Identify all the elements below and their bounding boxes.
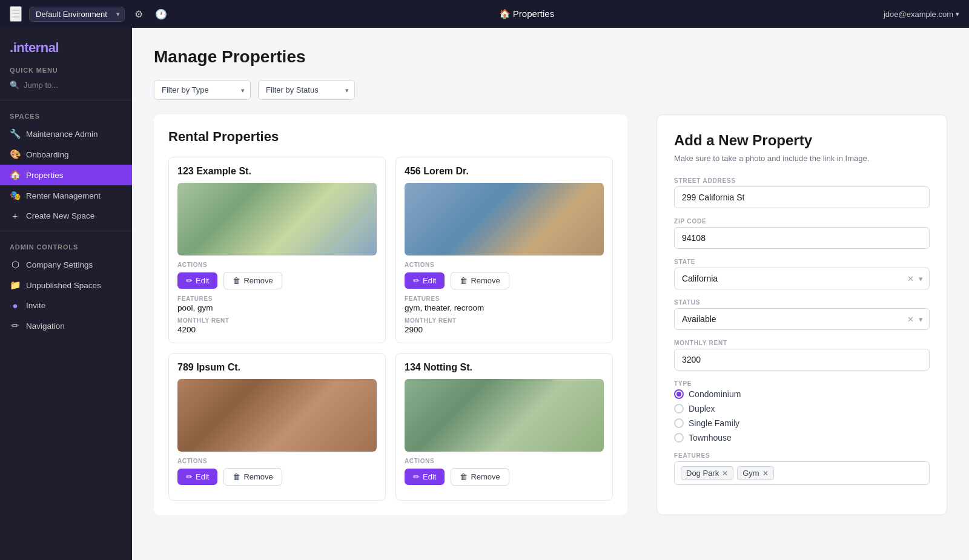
create-new-space-button[interactable]: + Create New Space (0, 206, 132, 226)
actions-row-1: ✏ Edit 🗑 Remove (177, 272, 377, 289)
sidebar-item-renter-management[interactable]: 🎭 Renter Management (0, 185, 132, 206)
type-single-family[interactable]: Single Family (674, 418, 930, 428)
property-title-3: 789 Ipsum Ct. (177, 362, 377, 373)
status-value: Available (675, 309, 907, 329)
remove-button-3[interactable]: 🗑 Remove (223, 468, 282, 486)
radio-condominium (674, 389, 684, 399)
history-icon[interactable]: 🕐 (153, 6, 170, 22)
tag-gym: Gym ✕ (737, 466, 773, 480)
create-space-label: Create New Space (26, 211, 94, 220)
remove-button-4[interactable]: 🗑 Remove (451, 468, 509, 486)
sidebar-item-onboarding[interactable]: 🎨 Onboarding (0, 144, 132, 165)
property-title-2: 456 Lorem Dr. (405, 166, 604, 177)
rent-label-2: MONTHLY RENT (405, 317, 604, 324)
street-address-row: STREET ADDRESS (674, 177, 930, 208)
sidebar-item-company-settings[interactable]: ⬡ Company Settings (0, 254, 132, 275)
type-duplex[interactable]: Duplex (674, 404, 930, 413)
folder-icon: 📁 (10, 280, 21, 291)
actions-label-4: ACTIONS (405, 458, 604, 464)
actions-label-2: ACTIONS (405, 262, 604, 268)
state-value: California (675, 268, 907, 289)
environment-selector[interactable]: Default Environment (29, 7, 125, 22)
radio-single-family (674, 418, 684, 428)
sidebar-item-label: Unpublished Spaces (26, 281, 101, 290)
rent-value-2: 2900 (405, 325, 604, 334)
admin-label: Admin controls (0, 236, 132, 254)
state-select-actions: ✕ ▾ (907, 274, 929, 283)
sidebar-quick-menu: Quick menu 🔍 Jump to... (0, 63, 132, 95)
sidebar-item-invite[interactable]: ● Invite (0, 295, 132, 315)
page-header-title: 🏠 Properties (177, 8, 876, 19)
user-menu[interactable]: jdoe@example.com (884, 10, 959, 19)
features-value-1: pool, gym (177, 303, 377, 312)
jump-to-button[interactable]: 🔍 Jump to... (10, 77, 122, 93)
street-address-input[interactable] (674, 186, 930, 208)
remove-button-1[interactable]: 🗑 Remove (223, 272, 282, 289)
remove-button-2[interactable]: 🗑 Remove (451, 272, 509, 289)
filter-status-select[interactable]: Filter by Status (258, 80, 355, 100)
tag-gym-remove[interactable]: ✕ (762, 469, 769, 478)
monthly-rent-label: MONTHLY RENT (674, 340, 930, 346)
actions-row-2: ✏ Edit 🗑 Remove (405, 272, 604, 289)
properties-grid: 123 Example St. ACTIONS ✏ Edit 🗑 (168, 157, 613, 501)
radio-duplex (674, 404, 684, 413)
monthly-rent-row: MONTHLY RENT (674, 340, 930, 371)
status-clear-icon[interactable]: ✕ (907, 315, 914, 324)
cards-section-title: Rental Properties (168, 129, 613, 145)
features-value-2: gym, theater, recroom (405, 303, 604, 312)
menu-icon[interactable]: ☰ (10, 6, 22, 22)
features-row: FEATURES Dog Park ✕ Gym ✕ (674, 452, 930, 485)
sidebar-item-unpublished-spaces[interactable]: 📁 Unpublished Spaces (0, 275, 132, 295)
actions-row-4: ✏ Edit 🗑 Remove (405, 468, 604, 486)
status-select-actions: ✕ ▾ (907, 315, 929, 324)
sidebar-item-maintenance[interactable]: 🔧 Maintenance Admin (0, 124, 132, 144)
sidebar-logo: .internal (0, 28, 132, 63)
street-address-label: STREET ADDRESS (674, 177, 930, 184)
rent-label-1: MONTHLY RENT (177, 317, 377, 324)
filter-type-select[interactable]: Filter by Type (154, 80, 251, 100)
actions-label-3: ACTIONS (177, 458, 377, 464)
actions-row-3: ✏ Edit 🗑 Remove (177, 468, 377, 486)
status-chevron-icon[interactable]: ▾ (919, 315, 923, 324)
filter-type-wrapper: Filter by Type (154, 80, 251, 100)
state-select-wrap: California ✕ ▾ (674, 268, 930, 289)
search-icon: 🔍 (10, 81, 19, 90)
radio-townhouse (674, 433, 684, 443)
features-tags-wrap[interactable]: Dog Park ✕ Gym ✕ (674, 461, 930, 485)
edit-icon-1: ✏ (186, 276, 193, 285)
monthly-rent-input[interactable] (674, 349, 930, 371)
state-chevron-icon[interactable]: ▾ (919, 274, 923, 283)
tag-dog-park-remove[interactable]: ✕ (722, 469, 728, 478)
cards-section: Rental Properties 123 Example St. ACTION… (154, 114, 627, 515)
property-card-4: 134 Notting St. ACTIONS ✏ Edit 🗑 (395, 353, 613, 501)
company-icon: ⬡ (10, 259, 21, 270)
properties-icon: 🏠 (10, 170, 21, 180)
navigation-icon: ✏ (10, 320, 21, 331)
zip-code-input[interactable] (674, 227, 930, 249)
sidebar: .internal Quick menu 🔍 Jump to... Spaces… (0, 28, 132, 560)
sidebar-item-label: Navigation (26, 321, 65, 331)
sidebar-item-label: Invite (26, 301, 45, 310)
filter-status-wrapper: Filter by Status (258, 80, 355, 100)
renter-icon: 🎭 (10, 190, 21, 201)
status-label: STATUS (674, 299, 930, 306)
property-title-4: 134 Notting St. (405, 362, 604, 373)
state-label: STATE (674, 259, 930, 265)
type-row: TYPE Condominium Duplex Single Family (674, 380, 930, 443)
edit-button-1[interactable]: ✏ Edit (177, 272, 217, 289)
edit-button-4[interactable]: ✏ Edit (405, 469, 445, 485)
settings-icon[interactable]: ⚙ (132, 6, 145, 22)
edit-button-2[interactable]: ✏ Edit (405, 272, 445, 289)
sidebar-item-properties[interactable]: 🏠 Properties (0, 165, 132, 185)
sidebar-item-navigation[interactable]: ✏ Navigation (0, 315, 132, 336)
type-townhouse[interactable]: Townhouse (674, 433, 930, 443)
state-clear-icon[interactable]: ✕ (907, 274, 914, 283)
sidebar-item-label: Company Settings (26, 260, 93, 269)
tag-gym-label: Gym (742, 469, 759, 478)
edit-button-3[interactable]: ✏ Edit (177, 469, 217, 485)
type-condominium[interactable]: Condominium (674, 389, 930, 399)
property-image-1 (177, 183, 377, 255)
spaces-label: Spaces (0, 105, 132, 124)
onboarding-icon: 🎨 (10, 149, 21, 160)
page-title: Manage Properties (154, 47, 947, 67)
